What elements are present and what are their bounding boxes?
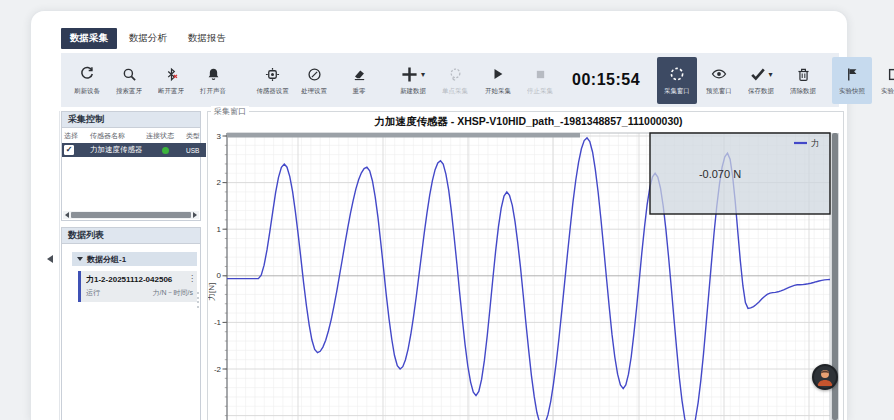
stop-icon <box>534 65 547 84</box>
gauge-icon <box>307 65 322 84</box>
data-list-panel: 数据列表 数据分组-1力1-2-20251112-042506⋮运行力/N－时间… <box>61 227 201 420</box>
collect-window-button[interactable]: 采集窗口 <box>657 57 697 104</box>
item-menu-icon[interactable]: ⋮ <box>188 274 196 283</box>
save-data-button[interactable]: ▾保存数据 <box>741 57 781 104</box>
snapshot-flag-icon <box>845 65 860 84</box>
sensor-chip-icon <box>265 65 280 84</box>
experiment-record-button[interactable]: 实验录制 <box>874 57 894 104</box>
data-run-axes: 力/N－时间/s <box>153 288 193 298</box>
eraser-icon <box>352 65 367 84</box>
sensor-settings-button[interactable]: 传感器设置 <box>252 57 292 104</box>
toolbar-button-label: 新建数据 <box>400 86 426 95</box>
y-tick-label: -2 <box>214 365 222 374</box>
tab-data-analysis[interactable]: 数据分析 <box>120 28 176 49</box>
plus-icon: ▾ <box>401 65 425 84</box>
data-run-title: 力1-2-20251112-042506 <box>86 274 193 285</box>
data-group-row[interactable]: 数据分组-1 <box>72 252 197 266</box>
collect-control-panel: 采集控制 选择传感器名称连接状态类型 ✓力加速度传感器USB <box>61 111 201 221</box>
selection-value-label: -0.070 N <box>699 168 741 180</box>
dropdown-caret-icon[interactable]: ▾ <box>421 70 425 79</box>
sound-toggle-button[interactable]: 打开声音 <box>193 57 233 104</box>
assistant-avatar-button[interactable] <box>812 364 838 390</box>
chart-top-scrollbar[interactable] <box>227 133 580 138</box>
tab-data-report[interactable]: 数据报告 <box>179 28 235 49</box>
collect-timer: 00:15:54 <box>572 71 640 89</box>
selection-box[interactable]: -0.070 N <box>650 133 830 214</box>
check-icon: ▾ <box>750 65 773 84</box>
sidebar-collapse-button[interactable] <box>47 255 53 263</box>
y-tick-label: 3 <box>217 132 222 141</box>
scroll-left-arrow-icon[interactable] <box>65 212 69 218</box>
app-window: 数据采集数据分析数据报告 刷新设备搜索蓝牙断开蓝牙打开声音传感器设置处理设置重零… <box>30 10 848 420</box>
desktop: { "tabs": [ {"id": "data-collect", "labe… <box>0 0 894 420</box>
sensor-col-header: 连接状态 <box>144 128 184 143</box>
record-frame-icon <box>887 65 894 84</box>
main-tab-bar: 数据采集数据分析数据报告 <box>61 28 235 49</box>
y-axis-label: 力[N] <box>208 283 216 301</box>
toolbar-button-label: 清除数据 <box>790 86 816 95</box>
chart-plot[interactable]: 3210-1-2力[N]-0.070 N力力加速度传感器 - XHSP-V10H… <box>208 112 843 420</box>
single-point-collect-button[interactable]: 单点采集 <box>435 57 475 104</box>
toolbar-button-label: 刷新设备 <box>74 86 100 95</box>
toolbar-button-label: 预览窗口 <box>706 86 732 95</box>
sensor-table: 选择传感器名称连接状态类型 ✓力加速度传感器USB <box>62 128 206 157</box>
eye-icon <box>711 65 727 84</box>
search-icon <box>122 65 137 84</box>
expand-triangle-icon[interactable] <box>77 257 83 261</box>
lasso-icon <box>448 65 463 84</box>
panel-resize-grip[interactable] <box>197 292 199 308</box>
play-icon <box>491 65 505 84</box>
person-avatar-icon <box>814 366 836 388</box>
new-data-button[interactable]: ▾新建数据 <box>393 57 433 104</box>
sensor-col-header: 选择 <box>62 128 88 143</box>
toolbar-button-label: 实验录制 <box>881 86 894 95</box>
connection-status-dot <box>162 147 169 154</box>
toolbar-button-label: 传感器设置 <box>256 86 288 95</box>
process-settings-button[interactable]: 处理设置 <box>294 57 334 104</box>
hscroll-thumb[interactable] <box>71 212 191 218</box>
start-collect-button[interactable]: 开始采集 <box>478 57 518 104</box>
search-bluetooth-button[interactable]: 搜索蓝牙 <box>109 57 149 104</box>
refresh-icon <box>79 65 95 84</box>
data-run-item[interactable]: 力1-2-20251112-042506⋮运行力/N－时间/s <box>78 271 197 302</box>
toolbar-button-label: 开始采集 <box>485 86 511 95</box>
preview-window-button[interactable]: 预览窗口 <box>699 57 739 104</box>
y-tick-label: 2 <box>217 178 222 187</box>
toolbar-button-label: 处理设置 <box>301 86 327 95</box>
toolbar-button-label: 断开蓝牙 <box>158 86 184 95</box>
y-tick-label: 0 <box>217 271 222 280</box>
legend-label: 力 <box>811 138 820 148</box>
sensor-table-hscrollbar[interactable] <box>63 211 199 219</box>
sensor-col-header: 传感器名称 <box>88 128 144 143</box>
dropdown-caret-icon[interactable]: ▾ <box>769 70 773 79</box>
bluetooth-off-icon <box>164 65 179 84</box>
experiment-snapshot-button[interactable]: 实验快照 <box>832 57 872 104</box>
zero-reset-button[interactable]: 重零 <box>339 57 379 104</box>
sensor-row[interactable]: ✓力加速度传感器USB <box>62 143 206 157</box>
data-list-header: 数据列表 <box>62 228 200 244</box>
collect-window-groupbox: 采集窗口 3210-1-2力[N]-0.070 N力力加速度传感器 - XHSP… <box>207 111 844 420</box>
y-tick-label: -1 <box>214 318 222 327</box>
scroll-right-arrow-icon[interactable] <box>193 212 197 218</box>
toolbar-button-label: 保存数据 <box>748 86 774 95</box>
sensor-checkbox[interactable]: ✓ <box>64 145 74 155</box>
toolbar-button-label: 实验快照 <box>839 86 865 95</box>
toolbar-button-label: 采集窗口 <box>664 86 690 95</box>
disconnect-bluetooth-button[interactable]: 断开蓝牙 <box>151 57 191 104</box>
sensor-type: USB <box>184 143 206 157</box>
data-tree: 数据分组-1力1-2-20251112-042506⋮运行力/N－时间/s <box>62 252 200 302</box>
toolbar-button-label: 停止采集 <box>527 86 553 95</box>
toolbar-button-label: 搜索蓝牙 <box>116 86 142 95</box>
collect-control-header: 采集控制 <box>62 112 200 128</box>
stop-collect-button[interactable]: 停止采集 <box>520 57 560 104</box>
refresh-device-button[interactable]: 刷新设备 <box>67 57 107 104</box>
data-run-subrow: 运行力/N－时间/s <box>86 288 193 298</box>
sidebar-left-divider <box>59 111 60 420</box>
chart-title: 力加速度传感器 - XHSP-V10HID_path_-1981348857_1… <box>373 115 682 127</box>
clear-data-button[interactable]: 清除数据 <box>783 57 823 104</box>
dashed-circle-icon <box>669 65 685 84</box>
tab-data-collect[interactable]: 数据采集 <box>61 28 117 49</box>
data-group-label: 数据分组-1 <box>87 254 126 265</box>
toolbar: 刷新设备搜索蓝牙断开蓝牙打开声音传感器设置处理设置重零▾新建数据单点采集开始采集… <box>61 53 839 107</box>
toolbar-button-label: 重零 <box>353 86 366 95</box>
